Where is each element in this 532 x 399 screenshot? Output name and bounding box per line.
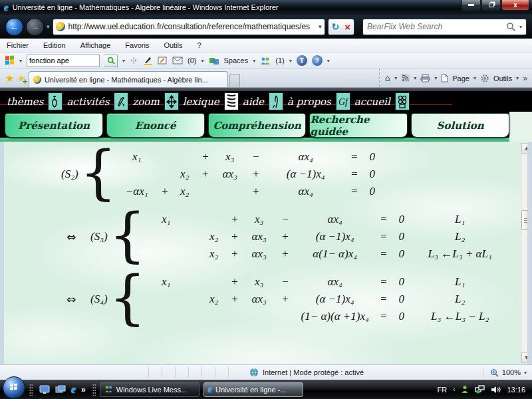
tab-active[interactable]: Université en ligne - Mathématiques - Al…: [29, 71, 228, 87]
messenger-tray-icon[interactable]: [461, 385, 469, 394]
nav-item-aide[interactable]: aide: [240, 92, 283, 110]
minimize-button[interactable]: [462, 0, 481, 11]
mail-icon[interactable]: [172, 57, 183, 65]
accueil-icon[interactable]: [395, 92, 410, 110]
web-search-input[interactable]: [367, 22, 502, 31]
task-windows-live-messenger[interactable]: Windows Live Mess...: [100, 382, 200, 397]
flag-dropdown-icon[interactable]: ▾: [19, 58, 22, 64]
menu-edition[interactable]: Edition: [43, 41, 66, 49]
url-dropdown-icon[interactable]: ▾: [319, 23, 322, 30]
toolbar-search-field[interactable]: [27, 55, 100, 67]
menu-outils[interactable]: Outils: [164, 41, 182, 49]
scrollbar-thumb[interactable]: [521, 210, 532, 230]
call-icon[interactable]: T: [297, 55, 307, 66]
history-dropdown-icon[interactable]: ▾: [47, 23, 50, 30]
language-indicator[interactable]: FR: [437, 386, 447, 394]
nav-item-apropos[interactable]: à propos Gf: [285, 92, 350, 110]
spaces-dropdown-icon[interactable]: ▾: [253, 58, 255, 64]
toolbar-search-input[interactable]: [29, 57, 97, 65]
nav-item-lexique[interactable]: lexique: [180, 92, 239, 110]
volume-icon[interactable]: [491, 386, 501, 394]
favorites-center-icon[interactable]: ★: [5, 72, 14, 84]
highlighter-icon[interactable]: [142, 56, 153, 66]
web-search-box[interactable]: ▾: [362, 19, 527, 35]
back-button[interactable]: ←: [5, 18, 23, 36]
contacts-icon[interactable]: [260, 57, 271, 65]
new-tab-button[interactable]: [229, 74, 240, 87]
tools-dropdown-icon[interactable]: ▾: [516, 75, 519, 81]
zoom-control[interactable]: 100% ▾: [483, 367, 527, 378]
url-input[interactable]: [68, 22, 315, 31]
tab-comprehension[interactable]: Compréhension: [208, 113, 307, 138]
tab-solution[interactable]: Solution: [411, 113, 509, 138]
stop-icon[interactable]: ×: [344, 21, 350, 33]
scroll-down-icon[interactable]: ▼: [521, 352, 532, 363]
restore-button[interactable]: [481, 0, 501, 11]
equation-cell: +: [245, 183, 267, 200]
nav-item-accueil[interactable]: accueil: [352, 92, 410, 110]
home-dropdown-icon[interactable]: ▾: [394, 75, 397, 81]
tab-presentation[interactable]: Présentation: [5, 113, 103, 138]
scrollbar-track[interactable]: [521, 154, 532, 352]
search-icon[interactable]: [506, 22, 515, 31]
nav-item-zoom[interactable]: zoom: [130, 92, 178, 110]
tools-menu[interactable]: Outils: [493, 74, 512, 82]
toolbar-help-dropdown-icon[interactable]: ▾: [327, 58, 330, 64]
clock[interactable]: 13:16: [507, 386, 525, 394]
tab-enonce[interactable]: Enoncé: [106, 113, 205, 138]
tab-recherche-guidee[interactable]: Recherche guidée: [309, 113, 408, 138]
page-menu[interactable]: Page: [452, 74, 469, 82]
network-icon[interactable]: [475, 385, 485, 394]
menu-help[interactable]: ?: [198, 41, 201, 49]
system-tray: FR ‹ 13:16: [437, 385, 529, 394]
add-favorite-icon[interactable]: ★: [17, 72, 25, 84]
feeds-icon[interactable]: [401, 74, 410, 82]
refresh-icon[interactable]: ↻: [332, 21, 340, 32]
zoom-icon[interactable]: [164, 92, 179, 110]
scroll-up-icon[interactable]: ▲: [521, 143, 532, 154]
tray-expand-icon[interactable]: ‹: [453, 386, 455, 393]
print-icon[interactable]: [420, 74, 430, 82]
close-button[interactable]: x: [501, 0, 529, 11]
nav-item-themes[interactable]: thèmes: [4, 92, 63, 110]
activites-icon[interactable]: [114, 92, 128, 110]
windows-flag-icon[interactable]: [5, 56, 15, 66]
feeds-dropdown-icon[interactable]: ▾: [414, 75, 416, 81]
search-dropdown-icon[interactable]: ▾: [519, 24, 522, 30]
commandbar-overflow-icon[interactable]: »: [523, 73, 528, 83]
mail-dropdown-icon[interactable]: ▾: [201, 58, 203, 64]
menu-fichier[interactable]: Fichier: [7, 41, 29, 49]
switch-windows-icon[interactable]: [55, 385, 66, 394]
start-button[interactable]: [3, 376, 25, 399]
quicklaunch-overflow-icon[interactable]: »: [81, 385, 86, 394]
page-dropdown-icon[interactable]: ▾: [473, 75, 476, 81]
print-dropdown-icon[interactable]: ▾: [434, 75, 437, 81]
vertical-scrollbar[interactable]: ▲ ▼: [521, 143, 532, 363]
lexique-icon[interactable]: [224, 92, 239, 110]
toolbar-search-dropdown-icon[interactable]: ▾: [122, 58, 125, 64]
toolbar-help-icon[interactable]: ?: [312, 55, 323, 66]
splitter-icon[interactable]: [130, 57, 138, 65]
ie-quicklaunch-icon[interactable]: e: [71, 384, 76, 395]
task-universite-en-ligne[interactable]: e Université en ligne -...: [203, 382, 303, 397]
window-title: Université en ligne - Mathématiques - Al…: [13, 3, 279, 11]
nav-item-activites[interactable]: activités: [64, 92, 128, 110]
menu-affichage[interactable]: Affichage: [80, 41, 111, 49]
zoom-dropdown-icon[interactable]: ▾: [524, 370, 527, 376]
address-field[interactable]: ▾: [53, 19, 325, 35]
spaces-icon[interactable]: [209, 57, 219, 65]
forward-button[interactable]: →: [26, 18, 44, 36]
themes-icon[interactable]: [48, 92, 63, 110]
spaces-label[interactable]: Spaces: [224, 57, 249, 65]
menu-favoris[interactable]: Favoris: [125, 41, 149, 49]
nav-label: activités: [64, 96, 112, 108]
aide-icon[interactable]: [269, 92, 283, 110]
apropos-icon[interactable]: Gf: [336, 92, 350, 110]
toolbar-search-button[interactable]: [104, 55, 118, 67]
show-desktop-icon[interactable]: [39, 385, 50, 394]
home-icon[interactable]: ⌂: [385, 73, 390, 83]
equation-cell: αx₃: [244, 228, 275, 245]
equation-cell: [186, 273, 203, 291]
contacts-dropdown-icon[interactable]: ▾: [289, 58, 292, 64]
form-fill-icon[interactable]: [158, 56, 168, 65]
